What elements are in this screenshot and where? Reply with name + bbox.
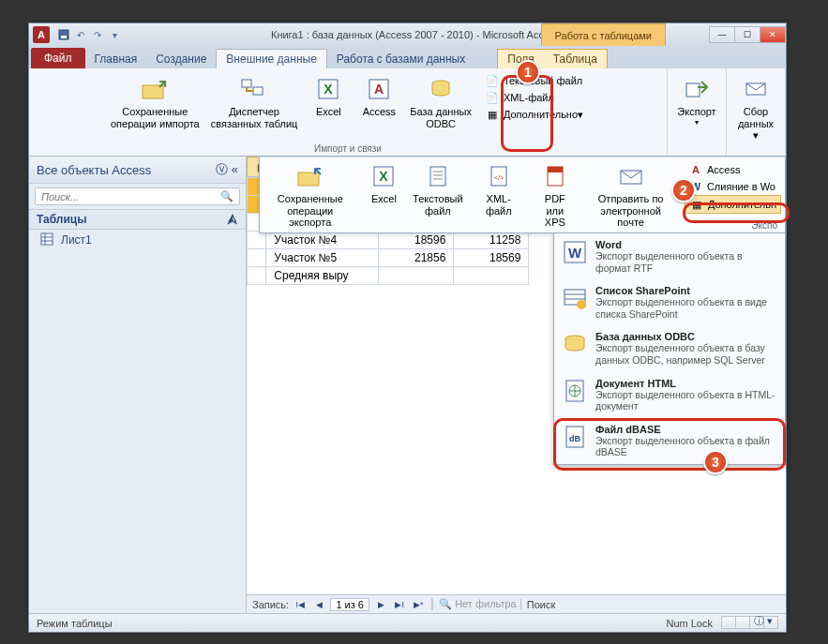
import-excel-button[interactable]: X Excel bbox=[303, 70, 354, 142]
recnav-first-button[interactable]: I◀ bbox=[293, 598, 308, 611]
export-excel-label: Excel bbox=[371, 193, 397, 205]
menu-item-dbase[interactable]: dB Файл dBASEЭкспорт выделенного объекта… bbox=[554, 418, 785, 464]
collect-data-button[interactable]: Сбор данных ▾ bbox=[730, 70, 781, 145]
redo-icon[interactable]: ↷ bbox=[91, 28, 104, 41]
menu-item-title: Файл dBASE bbox=[595, 424, 661, 435]
recnav-new-button[interactable]: ▶* bbox=[411, 598, 426, 611]
collapse-icon[interactable]: ⮙ bbox=[227, 213, 238, 226]
export-access-button[interactable]: AAccess bbox=[685, 161, 781, 178]
saved-imports-button[interactable]: Сохраненные операции импорта bbox=[105, 70, 205, 142]
svg-text:W: W bbox=[568, 245, 582, 261]
menu-item-desc: Экспорт выделенного объекта в HTML-докум… bbox=[595, 389, 777, 412]
help-icon[interactable]: ⓘ ▾ bbox=[754, 614, 780, 628]
export-text-button[interactable]: Текстовый файл bbox=[407, 157, 468, 232]
table-row[interactable]: Средняя выру bbox=[248, 267, 529, 285]
nav-search[interactable]: 🔍 bbox=[35, 187, 240, 205]
record-navigator: Запись: I◀ ◀ ▶ ▶I ▶* │ 🔍 Нет фильтра Пои… bbox=[247, 594, 786, 613]
linked-table-manager-button[interactable]: Диспетчер связанных таблиц bbox=[205, 70, 304, 142]
svg-rect-4 bbox=[253, 87, 263, 95]
undo-icon[interactable]: ↶ bbox=[74, 28, 87, 41]
menu-item-title: Word bbox=[595, 239, 622, 250]
svg-rect-10 bbox=[686, 83, 700, 97]
menu-item-sharepoint[interactable]: Список SharePointЭкспорт выделенного объ… bbox=[554, 279, 785, 325]
tab-create[interactable]: Создание bbox=[146, 50, 216, 68]
more-icon: ▦ bbox=[485, 107, 500, 122]
saved-exports-icon bbox=[295, 161, 325, 191]
menu-item-odbc[interactable]: База данных ODBCЭкспорт выделенного объе… bbox=[554, 325, 785, 371]
linked-mgr-label: Диспетчер связанных таблиц bbox=[211, 106, 298, 129]
tab-file[interactable]: Файл bbox=[31, 48, 85, 68]
table-row[interactable]: Участок №52185618569 bbox=[248, 249, 529, 267]
tab-table[interactable]: Таблица bbox=[544, 50, 607, 68]
export-more-menu: W WordЭкспорт выделенного объекта в форм… bbox=[553, 232, 786, 465]
nav-group-tables[interactable]: Таблицы ⮙ bbox=[29, 209, 246, 230]
nav-group-label: Таблицы bbox=[37, 213, 86, 226]
recnav-label: Запись: bbox=[252, 599, 289, 610]
import-more-button[interactable]: ▦Дополнительно ▾ bbox=[481, 106, 587, 123]
svg-point-25 bbox=[577, 300, 586, 309]
search-icon[interactable]: 🔍 bbox=[220, 190, 233, 202]
nav-search-input[interactable] bbox=[41, 191, 220, 202]
export-xml-button[interactable]: </> XML-файл bbox=[468, 157, 529, 232]
import-xml-button[interactable]: 📄XML-файл bbox=[481, 89, 587, 106]
recnav-next-button[interactable]: ▶ bbox=[373, 598, 388, 611]
maximize-button[interactable]: ☐ bbox=[734, 26, 760, 43]
saved-imports-icon bbox=[140, 74, 170, 104]
xml-icon: </> bbox=[484, 161, 514, 191]
statusbar: Режим таблицы Num Lock bbox=[29, 613, 786, 632]
contextual-tab-header: Работа с таблицами bbox=[541, 23, 666, 46]
textfile-icon: 📄 bbox=[485, 73, 500, 88]
svg-rect-16 bbox=[430, 167, 445, 186]
export-email-button[interactable]: Отправить по электронной почте bbox=[580, 157, 681, 232]
minimize-button[interactable]: — bbox=[709, 26, 735, 43]
collect-icon bbox=[741, 74, 771, 104]
svg-text:</>: </> bbox=[494, 174, 504, 181]
import-excel-label: Excel bbox=[316, 106, 341, 118]
tab-dbtools[interactable]: Работа с базами данных bbox=[327, 50, 474, 68]
nav-dropdown-icon[interactable]: ⓥ « bbox=[216, 161, 238, 178]
menu-item-word[interactable]: W WordЭкспорт выделенного объекта в форм… bbox=[554, 233, 785, 279]
recnav-position-input[interactable] bbox=[330, 598, 369, 611]
menu-item-html[interactable]: Документ HTMLЭкспорт выделенного объекта… bbox=[554, 372, 785, 418]
email-icon bbox=[616, 161, 646, 191]
saved-exports-button[interactable]: Сохраненные операции экспорта bbox=[260, 157, 360, 232]
import-access-button[interactable]: A Access bbox=[354, 70, 404, 142]
sharepoint-icon bbox=[562, 285, 588, 311]
export-xml-label: XML-файл bbox=[474, 193, 523, 217]
textfile-icon bbox=[423, 161, 453, 191]
export-excel-button[interactable]: X Excel bbox=[360, 157, 407, 232]
export-pdf-button[interactable]: PDF или XPS bbox=[529, 157, 580, 232]
access-icon: A bbox=[364, 74, 394, 104]
ribbon-tabs: Файл Главная Создание Внешние данные Раб… bbox=[29, 46, 786, 68]
linked-table-icon bbox=[239, 74, 269, 104]
saved-imports-label: Сохраненные операции импорта bbox=[111, 106, 200, 129]
recnav-search-label[interactable]: Поиск bbox=[520, 599, 555, 610]
export-wordmerge-button[interactable]: WСлияние в Wo bbox=[685, 178, 781, 195]
recnav-last-button[interactable]: ▶I bbox=[392, 598, 407, 611]
save-icon[interactable] bbox=[57, 28, 70, 41]
table-row[interactable]: Участок №41859611258 bbox=[248, 232, 529, 249]
svg-rect-12 bbox=[41, 233, 53, 245]
close-button[interactable]: ✕ bbox=[760, 26, 786, 43]
svg-rect-20 bbox=[548, 167, 563, 172]
recnav-prev-button[interactable]: ◀ bbox=[311, 598, 326, 611]
export-access-label: Access bbox=[707, 164, 740, 175]
tab-home[interactable]: Главная bbox=[85, 50, 147, 68]
export-wordmerge-label: Слияние в Wo bbox=[707, 181, 775, 192]
export-gallery: Сохраненные операции экспорта X Excel Те… bbox=[259, 157, 786, 233]
export-more-button[interactable]: ▦Дополнительн bbox=[685, 195, 781, 214]
export-more-label: Дополнительн bbox=[708, 199, 776, 210]
tab-external-data[interactable]: Внешние данные bbox=[216, 49, 327, 68]
qat-dropdown-icon[interactable]: ▾ bbox=[108, 28, 121, 41]
nav-item-list1[interactable]: Лист1 bbox=[29, 230, 246, 250]
saved-exports-label: Сохраненные операции экспорта bbox=[265, 193, 354, 229]
svg-text:A: A bbox=[374, 82, 384, 97]
excel-icon: X bbox=[369, 161, 399, 191]
import-odbc-button[interactable]: База данных ODBC bbox=[404, 70, 477, 142]
export-button[interactable]: Экспорт ▾ bbox=[671, 70, 722, 142]
access-icon: A bbox=[688, 162, 703, 177]
nav-pane-header[interactable]: Все объекты Access ⓥ « bbox=[29, 157, 246, 184]
status-numlock: Num Lock bbox=[666, 618, 713, 629]
pdf-icon bbox=[540, 161, 570, 191]
dbase-icon: dB bbox=[562, 424, 588, 450]
